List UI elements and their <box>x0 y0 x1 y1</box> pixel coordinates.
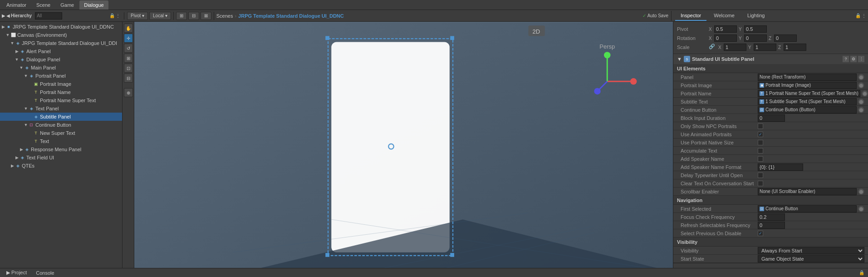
panel-obj-ref[interactable]: None (Rect Transform) <box>758 74 857 81</box>
native-size-checkbox[interactable] <box>758 140 763 145</box>
layout-button[interactable]: ⊠ <box>201 12 211 20</box>
select-previous-checkbox[interactable] <box>758 231 763 236</box>
scrollbar-text: None (UI Scrollbar Enabler) <box>760 189 815 194</box>
tab-dialogue[interactable]: Dialogue <box>79 0 108 10</box>
scale-fields: 🔗 X Y Z <box>709 44 864 51</box>
inspector-menu-icon[interactable]: ⋮ <box>862 13 866 18</box>
list-item[interactable]: ▶ ■ JRPG Template Standard Dialogue UI_D… <box>0 23 122 31</box>
list-item[interactable]: ▶ ◈ Subtitle Panel <box>0 113 122 121</box>
prop-select-previous: Select Previous On Disable <box>673 229 868 237</box>
scale-x-input[interactable] <box>724 44 746 51</box>
accumulate-checkbox[interactable] <box>758 148 763 153</box>
only-npc-checkbox[interactable] <box>758 124 763 129</box>
list-item[interactable]: ▶ ◈ Response Menu Panel <box>0 145 122 153</box>
scene-canvas-area[interactable]: Persp 2D ▼ AI Navigation ! Navig <box>134 22 673 268</box>
tab-game[interactable]: Game <box>56 0 78 10</box>
list-item[interactable]: ▼ ◈ Main Panel <box>0 64 122 72</box>
rotation-z-input[interactable] <box>774 35 797 42</box>
prop-scrollbar-value: None (UI Scrollbar Enabler) ◎ <box>758 188 864 195</box>
bottom-tab-console[interactable]: Console <box>33 268 57 277</box>
scrollbar-obj-ref[interactable]: None (UI Scrollbar Enabler) <box>758 188 857 195</box>
focus-check-field[interactable] <box>758 213 785 221</box>
scale-z-input[interactable] <box>784 44 806 51</box>
clear-text-checkbox[interactable] <box>758 181 763 186</box>
speaker-format-field[interactable] <box>758 163 803 171</box>
start-state-select[interactable]: Game Object State <box>758 255 864 262</box>
pivot-button[interactable]: Pivot ▾ <box>127 12 148 20</box>
animated-portraits-checkbox[interactable] <box>758 132 763 137</box>
portrait-name-obj-ref[interactable]: T 1 Portrait Name Super Text (Super Text… <box>758 90 860 97</box>
hierarchy-lock-icon[interactable]: 🔒 <box>109 13 115 18</box>
visibility-select[interactable]: Always From Start <box>758 247 864 254</box>
hierarchy-menu-icon[interactable]: ⋮ <box>116 13 120 18</box>
delay-typewriter-checkbox[interactable] <box>758 173 763 178</box>
list-item[interactable]: ▶ T Text <box>0 137 122 145</box>
inspector-lock-icon[interactable]: 🔒 <box>855 13 861 18</box>
rotation-y-input[interactable] <box>744 35 767 42</box>
list-item[interactable]: ▶ ◈ QTEs <box>0 162 122 170</box>
panel-select-btn[interactable]: ◎ <box>858 74 864 80</box>
subtitle-text-select-btn[interactable]: ◎ <box>858 99 864 105</box>
list-item[interactable]: ▶ T Portrait Name <box>0 88 122 96</box>
transform-tool[interactable]: ⊟ <box>124 74 133 83</box>
custom-tool[interactable]: ⊕ <box>124 88 133 97</box>
continue-button-obj-ref[interactable]: ⊡ Continue Button (Button) <box>758 106 857 114</box>
grid-button[interactable]: ⊞ <box>176 12 187 20</box>
rotation-x-input[interactable] <box>714 35 737 42</box>
list-item[interactable]: ▼ ⊡ Continue Button <box>0 121 122 129</box>
list-item[interactable]: ▼ ◈ JRPG Template Standard Dialogue UI_D… <box>0 39 122 47</box>
first-selected-select-btn[interactable]: ◎ <box>858 206 864 212</box>
scrollbar-select-btn[interactable]: ◎ <box>858 188 864 195</box>
list-item[interactable]: ▼ ◈ Portrait Panel <box>0 72 122 80</box>
list-item[interactable]: ▶ ◈ Text Field UI <box>0 153 122 162</box>
continue-button-select-btn[interactable]: ◎ <box>858 107 864 113</box>
hierarchy-panel: ▶ ■ JRPG Template Standard Dialogue UI_D… <box>0 22 123 268</box>
tab-scene[interactable]: Scene <box>32 0 55 10</box>
svg-text:2D: 2D <box>533 28 540 35</box>
refresh-selectables-field[interactable] <box>758 222 785 229</box>
list-item[interactable]: ▼ ◈ Dialogue Panel <box>0 55 122 64</box>
rotate-tool[interactable]: ↺ <box>124 44 133 53</box>
hierarchy-portrait-name-label: Portrait Name <box>40 89 71 95</box>
local-button[interactable]: Local ▾ <box>149 12 171 20</box>
inspector-tab-lighting[interactable]: Lighting <box>742 11 770 21</box>
subtitle-text-obj-ref[interactable]: T 1 Subtitle Super Text (Super Text Mesh… <box>758 98 857 105</box>
list-item[interactable]: ▼ ◈ Text Panel <box>0 104 122 113</box>
portrait-image-select-btn[interactable]: ◎ <box>858 82 864 89</box>
bottom-lock-icon[interactable]: 🔒 <box>859 270 864 275</box>
tab-animator[interactable]: Animator <box>2 0 31 10</box>
prop-delay-typewriter-value <box>758 173 864 178</box>
move-tool[interactable]: ✛ <box>124 34 133 43</box>
toolbar-sep-1 <box>173 12 174 20</box>
pivot-y-input[interactable] <box>744 25 767 33</box>
block-input-field[interactable] <box>758 114 785 122</box>
rect-tool[interactable]: ⊡ <box>124 64 133 73</box>
inspector-tab-welcome[interactable]: Welcome <box>708 11 740 21</box>
component-settings-btn[interactable]: ⚙ <box>850 56 857 62</box>
speaker-name-checkbox[interactable] <box>758 156 763 162</box>
list-item[interactable]: ▶ ▣ Portrait Image <box>0 80 122 88</box>
portrait-image-obj-ref[interactable]: ▣ Portrait Image (Image) <box>758 82 857 89</box>
first-selected-obj-ref[interactable]: ⊡ Continue Button <box>758 205 857 213</box>
scale-y-input[interactable] <box>754 44 776 51</box>
snap-button[interactable]: ⊟ <box>188 12 199 20</box>
list-item[interactable]: ▶ T New Super Text <box>0 129 122 137</box>
hierarchy-newsuper-label: New Super Text <box>40 130 75 136</box>
pivot-x-input[interactable] <box>714 25 737 33</box>
component-header[interactable]: ▼ S Standard UI Subtitle Panel ? ⚙ ⋮ <box>673 54 868 64</box>
scene-panel: ✋ ✛ ↺ ⊞ ⊡ ⊟ ⊕ <box>123 22 673 268</box>
prop-only-npc-label: Only Show NPC Portraits <box>681 124 758 129</box>
list-item[interactable]: ▶ T Portrait Name Super Text <box>0 96 122 104</box>
portrait-name-select-btn[interactable]: ◎ <box>862 90 868 97</box>
inspector-tab-inspector[interactable]: Inspector <box>675 11 706 21</box>
scale-tool[interactable]: ⊞ <box>124 54 133 63</box>
hand-tool[interactable]: ✋ <box>124 24 133 33</box>
hierarchy-search[interactable] <box>35 12 62 20</box>
list-item[interactable]: ▼ ⬜ Canvas (Environment) <box>0 31 122 39</box>
component-overflow-btn[interactable]: ⋮ <box>858 56 864 62</box>
main-layout: ▶ ■ JRPG Template Standard Dialogue UI_D… <box>0 22 868 268</box>
bottom-tab-project[interactable]: ▶ Project <box>4 268 29 277</box>
scale-link-icon[interactable]: 🔗 <box>709 44 715 51</box>
component-help-btn[interactable]: ? <box>843 56 849 62</box>
list-item[interactable]: ▶ ◈ Alert Panel <box>0 47 122 55</box>
